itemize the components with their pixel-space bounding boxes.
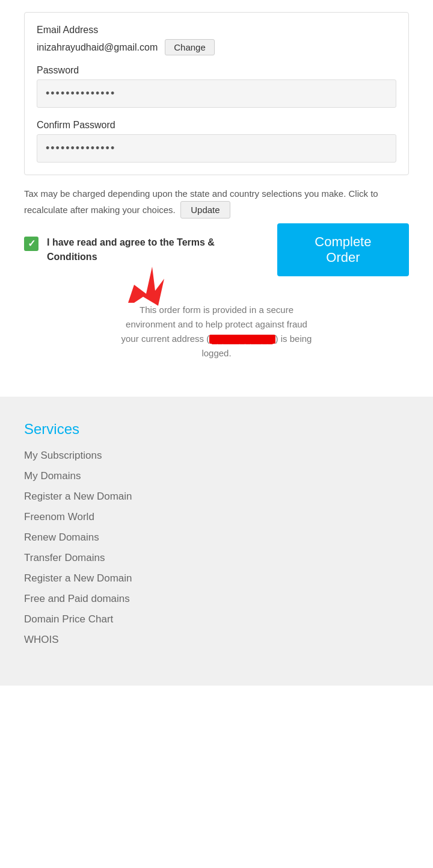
footer-link-item-my-domains: My Domains <box>24 470 409 482</box>
terms-row: I have read and agree to the Terms & Con… <box>24 235 253 264</box>
footer-link-domain-price-chart[interactable]: Domain Price Chart <box>24 613 113 625</box>
footer-link-freenom-world[interactable]: Freenom World <box>24 511 94 522</box>
footer-link-item-my-subscriptions: My Subscriptions <box>24 450 409 462</box>
complete-order-button[interactable]: Complete Order <box>277 223 409 276</box>
email-value: inizahrayudhaid@gmail.com <box>37 42 158 53</box>
footer-links-list: My SubscriptionsMy DomainsRegister a New… <box>24 450 409 646</box>
password-label: Password <box>37 65 396 76</box>
terms-complete-row: I have read and agree to the Terms & Con… <box>24 229 409 276</box>
footer-link-register-new-domain-1[interactable]: Register a New Domain <box>24 491 132 502</box>
secure-text: This order form is provided in a secure … <box>48 303 385 361</box>
confirm-password-label: Confirm Password <box>37 120 396 131</box>
update-button[interactable]: Update <box>180 201 230 219</box>
secure-notice-section: This order form is provided in a secure … <box>24 291 409 373</box>
terms-agree-text: I have read and agree to the Terms & Con… <box>47 237 215 262</box>
terms-text: I have read and agree to the Terms & Con… <box>47 235 253 264</box>
footer-link-my-subscriptions[interactable]: My Subscriptions <box>24 450 102 461</box>
footer-link-item-register-new-domain-2: Register a New Domain <box>24 572 409 584</box>
footer-link-whois[interactable]: WHOIS <box>24 634 59 645</box>
email-row: inizahrayudhaid@gmail.com Change <box>37 39 396 55</box>
account-form-section: Email Address inizahrayudhaid@gmail.com … <box>24 12 409 175</box>
email-label: Email Address <box>37 25 396 36</box>
footer-link-transfer-domains[interactable]: Transfer Domains <box>24 552 105 563</box>
footer-link-item-transfer-domains: Transfer Domains <box>24 552 409 564</box>
main-content: Email Address inizahrayudhaid@gmail.com … <box>0 0 433 397</box>
password-input[interactable] <box>37 79 396 108</box>
footer-link-my-domains[interactable]: My Domains <box>24 470 81 482</box>
terms-checkbox-wrapper[interactable] <box>24 237 38 251</box>
footer-link-free-paid-domains[interactable]: Free and Paid domains <box>24 593 130 604</box>
footer-link-item-register-new-domain-1: Register a New Domain <box>24 491 409 503</box>
terms-link[interactable]: Terms & Conditions <box>47 237 215 262</box>
footer-link-register-new-domain-2[interactable]: Register a New Domain <box>24 572 132 584</box>
footer-link-item-freenom-world: Freenom World <box>24 511 409 523</box>
footer-link-item-free-paid-domains: Free and Paid domains <box>24 593 409 605</box>
change-email-button[interactable]: Change <box>165 39 215 55</box>
redacted-ip: ███████████ <box>209 335 275 344</box>
confirm-password-input[interactable] <box>37 134 396 163</box>
footer-link-item-whois: WHOIS <box>24 634 409 646</box>
terms-checkbox[interactable] <box>24 237 38 251</box>
footer-link-renew-domains[interactable]: Renew Domains <box>24 532 99 543</box>
tax-section: Tax may be charged depending upon the st… <box>24 187 409 219</box>
footer-link-item-renew-domains: Renew Domains <box>24 532 409 544</box>
footer-section: Services My SubscriptionsMy DomainsRegis… <box>0 397 433 686</box>
footer-title: Services <box>24 421 409 438</box>
footer-link-item-domain-price-chart: Domain Price Chart <box>24 613 409 625</box>
